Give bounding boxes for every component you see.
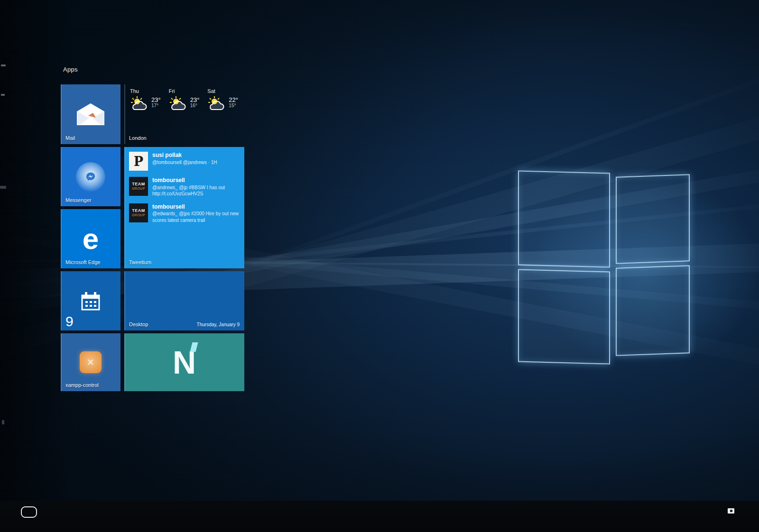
edge-icon: e [83, 224, 99, 254]
edge-artifact [1, 64, 6, 66]
weather-day: Sat 22° 15° [207, 88, 241, 113]
tweet-avatar: TEAM GROUP [129, 177, 148, 196]
nativescript-logo-tip [190, 342, 198, 352]
nativescript-icon: N [173, 346, 196, 378]
tweet-avatar: P [129, 152, 148, 171]
tile-label-mail: Mail [65, 135, 75, 141]
tweet-avatar-text: GROUP [132, 186, 145, 191]
xampp-icon: ✕ [80, 351, 102, 373]
weather-low-temp: 16° [190, 103, 200, 109]
weather-day-name: Sat [207, 88, 241, 94]
messenger-icon [76, 162, 105, 192]
calendar-day-number: 9 [65, 313, 74, 330]
tweet-body: @andrews_ @jp #BBSW I has out http://t.c… [152, 184, 241, 197]
tile-label-weather: London [129, 135, 147, 141]
tweet-avatar-text: GROUP [132, 213, 145, 217]
tweet-body: @tomboursell @jandrews · 1H [152, 159, 241, 166]
tile-label-xampp: xampp-control [65, 382, 99, 388]
tile-label-desktop: Desktop [129, 321, 148, 327]
tile-messenger[interactable]: Messenger [61, 147, 120, 206]
weather-day-name: Thu [130, 88, 164, 94]
tray-display-icon-dot [730, 510, 732, 512]
tile-mail[interactable]: Mail [61, 84, 120, 144]
tile-desktop-status: Thursday, January 9 [197, 322, 240, 327]
tile-calendar[interactable]: 9 [61, 271, 120, 330]
tray-display-icon[interactable] [728, 508, 734, 514]
weather-day: Thu 23° 17° [130, 88, 164, 113]
tweet-body: @edwards_ @jps #2000 Hire by out new sco… [152, 211, 241, 223]
weather-day: Fri 23° 16° [169, 88, 203, 113]
taskbar-oval-icon[interactable] [21, 506, 37, 518]
edge-artifact [2, 420, 4, 424]
weather-high-temp: 22° [229, 97, 238, 103]
weather-low-temp: 15° [229, 103, 238, 109]
tile-label-tweetium: Tweetium [129, 259, 151, 265]
tile-weather[interactable]: Thu 23° 17° Fri [124, 84, 244, 144]
tweet-author: tomboursell [152, 177, 241, 184]
tile-microsoft-edge[interactable]: e Microsoft Edge [61, 209, 120, 268]
tile-label-messenger: Messenger [65, 197, 91, 203]
weather-low-temp: 17° [151, 103, 161, 109]
tweet-author: susi pollak [152, 152, 241, 159]
weather-forecast-row: Thu 23° 17° Fri [130, 88, 241, 113]
weather-high-temp: 23° [190, 97, 200, 103]
edge-artifact [0, 186, 6, 189]
tweet-list: P susi pollak @tomboursell @jandrews · 1… [129, 152, 241, 223]
edge-artifact [1, 94, 5, 96]
tweet-item: TEAM GROUP tomboursell @edwards_ @jps #2… [129, 203, 241, 224]
tile-xampp-control[interactable]: ✕ xampp-control [61, 333, 120, 391]
tweet-avatar-text: TEAM [132, 182, 145, 186]
partly-cloudy-icon [169, 96, 189, 113]
apps-section-label: Apps [63, 66, 78, 73]
tile-nativescript[interactable]: N [124, 333, 244, 391]
tweet-item: TEAM GROUP tomboursell @andrews_ @jp #BB… [129, 177, 241, 197]
tile-desktop[interactable]: Desktop Thursday, January 9 [124, 271, 244, 330]
weather-high-temp: 23° [151, 97, 161, 103]
partly-cloudy-icon [130, 96, 150, 113]
tweet-avatar-text: TEAM [132, 209, 145, 213]
tweet-avatar-letter: P [134, 154, 143, 169]
partly-cloudy-icon [207, 96, 227, 113]
xampp-icon-glyph: ✕ [87, 357, 95, 368]
taskbar[interactable] [0, 501, 759, 532]
tweet-item: P susi pollak @tomboursell @jandrews · 1… [129, 152, 241, 171]
tile-tweetium[interactable]: P susi pollak @tomboursell @jandrews · 1… [124, 147, 244, 268]
tweet-author: tomboursell [152, 203, 241, 211]
weather-day-name: Fri [169, 88, 203, 94]
tweet-avatar: TEAM GROUP [129, 203, 148, 222]
tile-label-edge: Microsoft Edge [65, 259, 100, 265]
